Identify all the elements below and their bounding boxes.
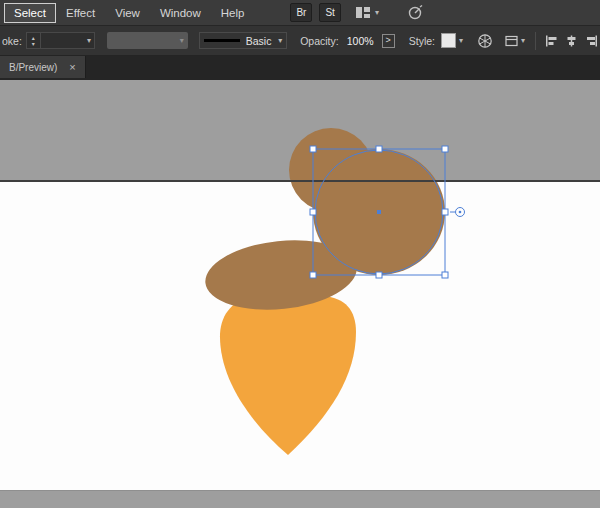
close-icon[interactable]: × [69, 62, 75, 73]
workspace-switcher-icon[interactable] [355, 6, 371, 19]
document-tab[interactable]: B/Preview) × [0, 56, 86, 78]
touch-workspace-icon[interactable] [407, 5, 423, 20]
graphic-style-dropdown[interactable]: ▾ [441, 33, 463, 48]
menu-effect[interactable]: Effect [56, 3, 105, 23]
canvas-area [0, 80, 600, 508]
control-bar: oke: ▴ ▾ ▾ ▾ Basic ▾ Opacity: 100% > Sty… [0, 26, 600, 56]
brush-definition-dropdown[interactable]: Basic ▾ [199, 32, 287, 49]
align-right-icon[interactable] [585, 35, 598, 47]
stroke-weight-stepper[interactable]: ▴ ▾ [27, 33, 41, 48]
selection-handle-w[interactable] [310, 209, 316, 215]
stepper-down-icon[interactable]: ▾ [27, 41, 40, 47]
selection-center-point[interactable] [377, 210, 381, 214]
style-label: Style: [409, 35, 435, 47]
align-buttons [545, 35, 598, 47]
opacity-label: Opacity: [300, 35, 339, 47]
artboard-bottom-edge [0, 490, 600, 491]
document-tab-bar: B/Preview) × [0, 56, 600, 80]
stroke-weight-field[interactable]: ▴ ▾ ▾ [26, 32, 95, 49]
selection-handle-n[interactable] [376, 146, 382, 152]
chevron-down-icon: ▾ [180, 37, 184, 45]
menu-bar: Select Effect View Window Help Br St ▾ [0, 0, 600, 26]
selection-handle-ne[interactable] [442, 146, 448, 152]
separator [535, 32, 536, 50]
document-tab-label: B/Preview) [9, 62, 57, 73]
chevron-down-icon: ▾ [521, 37, 525, 45]
recolor-artwork-icon[interactable] [477, 33, 493, 49]
stock-button[interactable]: St [319, 3, 340, 22]
opacity-value[interactable]: 100% [347, 35, 374, 47]
chevron-down-icon[interactable]: ▾ [87, 37, 94, 45]
selection-handle-nw[interactable] [310, 146, 316, 152]
menu-window[interactable]: Window [150, 3, 211, 23]
arrange-documents-icon[interactable]: ▾ [505, 35, 525, 47]
selection-handle-se[interactable] [442, 272, 448, 278]
chevron-down-icon: ▾ [278, 37, 282, 45]
style-swatch [441, 33, 456, 48]
menu-help[interactable]: Help [211, 3, 255, 23]
selection-handle-sw[interactable] [310, 272, 316, 278]
brush-stroke-preview [204, 39, 240, 42]
menu-view[interactable]: View [105, 3, 150, 23]
brush-style-name: Basic [246, 35, 272, 47]
chevron-down-icon: ▾ [459, 37, 463, 45]
artboard-top-edge [0, 180, 600, 182]
selection-handle-s[interactable] [376, 272, 382, 278]
selection-handle-e[interactable] [442, 209, 448, 215]
rotation-widget-dot [459, 211, 462, 214]
chevron-down-icon[interactable]: ▾ [375, 9, 379, 17]
align-center-icon[interactable] [565, 35, 578, 47]
stroke-label-partial: oke: [2, 35, 22, 47]
bridge-button[interactable]: Br [290, 3, 312, 22]
align-left-icon[interactable] [545, 35, 558, 47]
variable-width-dropdown[interactable]: ▾ [107, 32, 188, 49]
menu-select[interactable]: Select [4, 3, 56, 23]
opacity-expand-button[interactable]: > [382, 34, 395, 48]
